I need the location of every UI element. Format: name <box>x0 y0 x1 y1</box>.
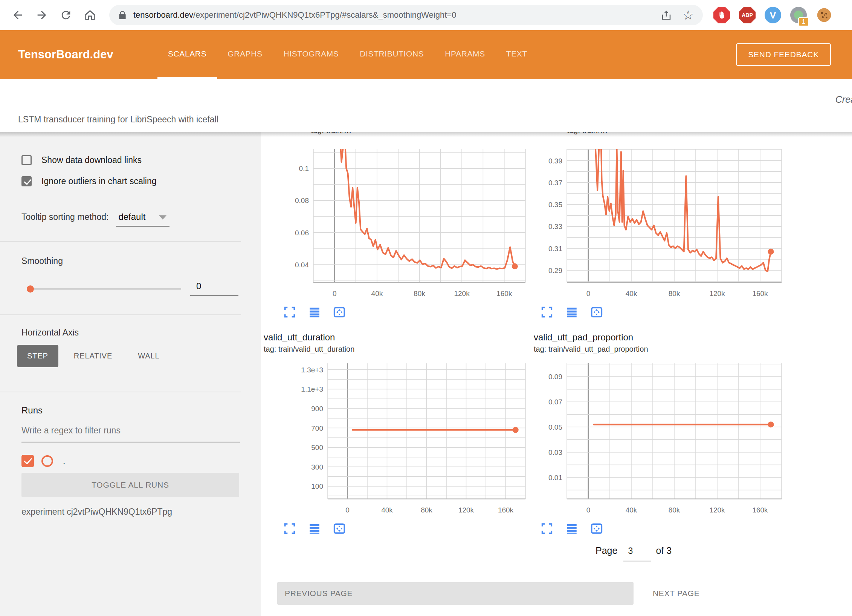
ignore-outliers-checkbox[interactable] <box>21 176 32 186</box>
data-table-icon[interactable] <box>308 522 321 535</box>
expand-chart-icon[interactable] <box>541 522 553 535</box>
valid-utt-pad-proportion-chart-actions <box>541 522 784 535</box>
back-icon[interactable] <box>11 9 24 21</box>
settings-sidebar: Show data download links Ignore outliers… <box>0 132 261 616</box>
reload-icon[interactable] <box>60 9 72 21</box>
data-table-icon[interactable] <box>308 306 321 319</box>
tensorboard-logo[interactable]: TensorBoard.dev <box>18 48 131 61</box>
app-header: TensorBoard.dev SCALARSGRAPHSHISTOGRAMSD… <box>0 30 852 79</box>
smoothing-slider-track[interactable] <box>31 288 181 290</box>
v-extension-icon[interactable]: V <box>765 7 781 23</box>
x-tick-label: 80k <box>414 290 425 297</box>
show-download-links-checkbox-row[interactable]: Show data download links <box>21 155 142 165</box>
tab-graphs[interactable]: GRAPHS <box>217 30 273 79</box>
y-tick-label: 100 <box>311 482 323 490</box>
chart-card-top-right: tag: train/…0.290.310.330.350.370.39040k… <box>534 132 784 319</box>
run-checkbox[interactable] <box>21 455 34 467</box>
y-tick-label: 0.04 <box>295 261 309 269</box>
y-tick-label: 0.1 <box>299 165 309 172</box>
tab-scalars[interactable]: SCALARS <box>157 30 217 79</box>
abp-label: ABP <box>742 12 753 18</box>
top-right-chart[interactable]: 0.290.310.330.350.370.39040k80k120k160k <box>534 149 784 301</box>
step-axis-button[interactable]: STEP <box>17 345 58 367</box>
cookie-extension-icon[interactable] <box>816 7 832 23</box>
smoothing-value-input[interactable]: 0 <box>190 281 238 296</box>
x-tick-label: 0 <box>345 506 350 514</box>
run-regex-input[interactable]: Write a regex to filter runs <box>21 425 240 442</box>
toggle-all-runs-button[interactable]: TOGGLE ALL RUNS <box>21 473 239 497</box>
address-bar[interactable]: tensorboard.dev/experiment/cj2vtPiwQHKN9… <box>109 5 703 25</box>
previous-page-button[interactable]: PREVIOUS PAGE <box>277 582 634 605</box>
profile-extension-icon[interactable]: 1 <box>790 7 807 23</box>
data-table-icon[interactable] <box>565 306 578 319</box>
tooltip-sorting-dropdown[interactable]: default <box>116 212 169 227</box>
y-tick-label: 0.07 <box>548 398 562 406</box>
series-end-dot <box>512 263 518 269</box>
show-download-links-checkbox[interactable] <box>21 155 32 165</box>
series-end-dot <box>768 421 774 427</box>
fit-domain-icon[interactable] <box>590 522 603 535</box>
smoothing-slider-knob[interactable] <box>27 285 34 293</box>
fit-domain-icon[interactable] <box>333 522 346 535</box>
y-tick-label: 0.35 <box>548 201 562 209</box>
divider <box>0 241 241 242</box>
y-tick-label: 0.33 <box>548 223 562 230</box>
fit-domain-icon[interactable] <box>333 306 346 319</box>
tab-histograms[interactable]: HISTOGRAMS <box>273 30 350 79</box>
url-domain: tensorboard.dev <box>133 10 193 20</box>
top-left-chart[interactable]: 0.040.060.080.1040k80k120k160k <box>264 149 528 301</box>
expand-chart-icon[interactable] <box>541 306 553 319</box>
valid-utt-duration-chart[interactable]: 1003005007009001.1e+31.3e+3040k80k120k16… <box>264 363 528 518</box>
forward-icon[interactable] <box>35 9 48 21</box>
pagination: Page 3 of 3 <box>595 544 672 561</box>
valid-utt-pad-proportion-chart-tag: tag: train/valid_utt_pad_proportion <box>534 345 784 354</box>
run-list-item[interactable]: . <box>21 455 65 467</box>
fit-domain-icon[interactable] <box>590 306 603 319</box>
page-of-label: of 3 <box>656 545 672 556</box>
tooltip-sorting-label: Tooltip sorting method: <box>21 212 108 222</box>
ignore-outliers-checkbox-row[interactable]: Ignore outliers in chart scaling <box>21 176 157 186</box>
valid-utt-pad-proportion-chart[interactable]: 0.010.030.050.070.09040k80k120k160k <box>534 363 784 518</box>
x-tick-label: 120k <box>458 506 474 514</box>
url-text: tensorboard.dev/experiment/cj2vtPiwQHKN9… <box>133 10 651 20</box>
expand-chart-icon[interactable] <box>283 306 296 319</box>
smoothing-slider-row: 0 <box>21 284 241 294</box>
extension-badge: 1 <box>798 17 809 26</box>
series-line <box>340 149 515 269</box>
y-tick-label: 0.06 <box>295 229 309 237</box>
send-feedback-button[interactable]: SEND FEEDBACK <box>736 43 831 66</box>
tab-hparams[interactable]: HPARAMS <box>434 30 496 79</box>
x-tick-label: 40k <box>371 290 383 297</box>
y-tick-label: 0.39 <box>548 157 562 165</box>
tab-distributions[interactable]: DISTRIBUTIONS <box>349 30 434 79</box>
series-end-dot <box>768 249 774 255</box>
y-tick-label: 1.3e+3 <box>301 366 323 374</box>
smoothing-label: Smoothing <box>21 256 63 266</box>
runs-label: Runs <box>21 405 43 416</box>
y-tick-label: 0.08 <box>295 197 309 204</box>
page-number-input[interactable]: 3 <box>623 544 651 561</box>
experiment-id-text: experiment cj2vtPiwQHKN9Q1tx6PTpg <box>21 507 172 517</box>
y-tick-label: 1.1e+3 <box>301 385 323 393</box>
x-tick-label: 40k <box>381 506 393 514</box>
wall-axis-button[interactable]: WALL <box>128 345 169 367</box>
tab-text[interactable]: TEXT <box>496 30 538 79</box>
x-tick-label: 160k <box>496 290 512 297</box>
next-page-button[interactable]: NEXT PAGE <box>647 582 706 605</box>
experiment-title: LSTM transducer training for LibriSpeech… <box>18 114 218 125</box>
expand-chart-icon[interactable] <box>283 522 296 535</box>
share-icon[interactable] <box>661 9 672 21</box>
divider <box>0 314 241 315</box>
bookmark-star-icon[interactable]: ☆ <box>682 9 695 21</box>
relative-axis-button[interactable]: RELATIVE <box>64 345 122 367</box>
adblock-extension-icon[interactable] <box>713 7 730 23</box>
x-tick-label: 160k <box>752 290 768 297</box>
data-table-icon[interactable] <box>565 522 578 535</box>
show-download-links-label: Show data download links <box>41 155 142 165</box>
chart-card-top-left: tag: train/…0.040.060.080.1040k80k120k16… <box>264 132 528 319</box>
series-end-dot <box>513 427 519 433</box>
abp-extension-icon[interactable]: ABP <box>739 7 756 23</box>
home-icon[interactable] <box>84 9 96 21</box>
ignore-outliers-label: Ignore outliers in chart scaling <box>41 176 157 186</box>
valid-utt-duration-chart-title: valid_utt_duration <box>264 332 528 343</box>
